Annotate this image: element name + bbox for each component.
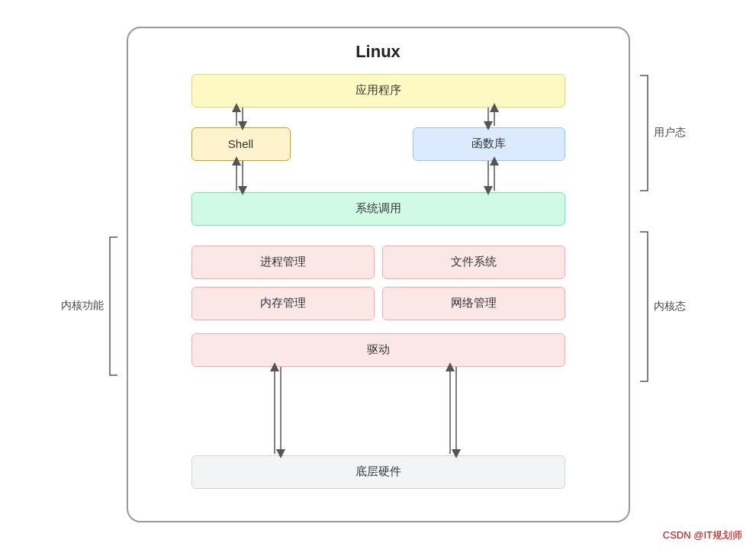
kernel-mode-bracket: 内核态 (639, 230, 686, 383)
kernel-func-bracket-svg (108, 236, 119, 377)
diagram-title: Linux (128, 42, 629, 62)
app-layer: 应用程序 (191, 74, 565, 108)
user-mode-label: 用户态 (654, 126, 686, 140)
lib-box: 函数库 (413, 127, 565, 161)
driver-label: 驱动 (367, 342, 390, 357)
kernel-func-label: 内核功能 (61, 299, 104, 313)
filesystem-label: 文件系统 (451, 255, 497, 269)
shell-lib-row: Shell 函数库 (191, 127, 565, 161)
watermark: CSDN @IT规划师 (663, 529, 742, 542)
outer-box: Linux 应用程序 Shell 函数库 系统调用 进程管理 文件系统 (127, 27, 630, 522)
kernel-func-bracket: 内核功能 (61, 236, 119, 377)
shell-box: Shell (191, 127, 291, 161)
lib-label: 函数库 (471, 137, 506, 151)
kernel-mode-label: 内核态 (654, 300, 686, 313)
network-box: 网络管理 (382, 287, 565, 320)
driver-layer: 驱动 (191, 333, 565, 367)
kernel-grid: 进程管理 文件系统 内存管理 网络管理 (191, 246, 565, 320)
memory-label: 内存管理 (260, 296, 306, 310)
hardware-label: 底层硬件 (355, 464, 401, 479)
process-label: 进程管理 (260, 255, 306, 269)
syscall-label: 系统调用 (355, 201, 401, 216)
kernel-mode-bracket-svg (639, 230, 649, 383)
user-mode-bracket: 用户态 (639, 74, 686, 192)
user-mode-bracket-svg (639, 74, 649, 192)
filesystem-box: 文件系统 (382, 246, 565, 279)
hardware-layer: 底层硬件 (191, 455, 565, 489)
memory-box: 内存管理 (191, 287, 375, 320)
syscall-layer: 系统调用 (191, 192, 565, 226)
app-label: 应用程序 (355, 83, 401, 98)
diagram-container: Linux 应用程序 Shell 函数库 系统调用 进程管理 文件系统 (81, 19, 676, 538)
network-label: 网络管理 (451, 296, 497, 310)
process-box: 进程管理 (191, 246, 375, 279)
shell-label: Shell (228, 137, 253, 150)
